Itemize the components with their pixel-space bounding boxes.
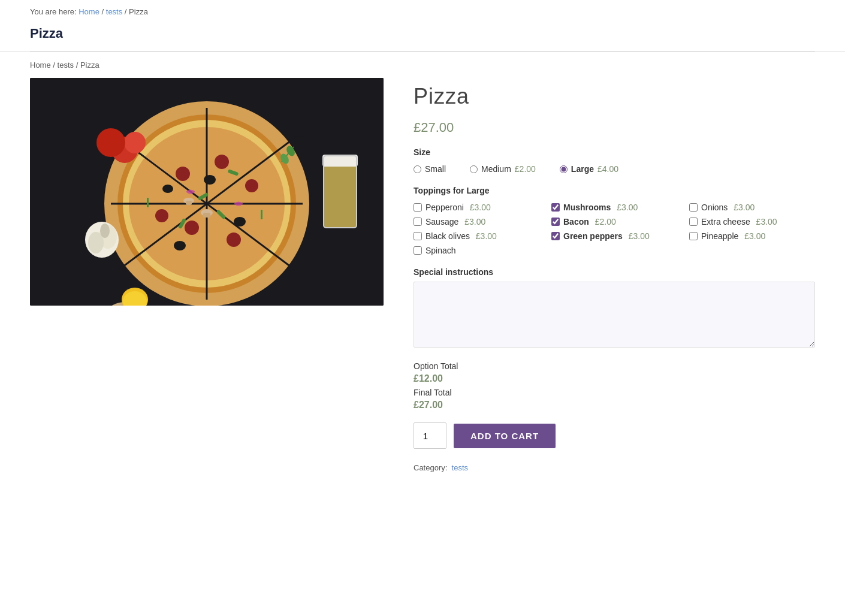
breadcrumb2-tests[interactable]: tests [58, 61, 74, 70]
svg-rect-27 [147, 198, 149, 207]
topping-extra-cheese-price: £3.00 [754, 217, 777, 227]
size-label: Size [414, 147, 815, 157]
category-link[interactable]: tests [452, 463, 468, 472]
product-image-container [30, 78, 384, 306]
product-image [30, 78, 384, 306]
option-total-value: £12.00 [414, 373, 815, 384]
breadcrumb2-current: Pizza [80, 61, 99, 70]
toppings-section: Toppings for Large Pepperoni £3.00 Mushr… [414, 186, 815, 255]
svg-point-12 [227, 232, 241, 247]
cart-row: ADD TO CART [414, 422, 815, 449]
product-layout: Pizza £27.00 Size Small Medium £2.00 Lar… [0, 78, 845, 496]
svg-point-18 [162, 185, 173, 193]
product-name: Pizza [414, 84, 815, 109]
category-line: Category: tests [414, 463, 815, 472]
topping-spinach-label: Spinach [425, 246, 456, 255]
size-medium[interactable]: Medium £2.00 [470, 164, 536, 174]
topping-sausage[interactable]: Sausage £3.00 [414, 217, 539, 227]
toppings-grid: Pepperoni £3.00 Mushrooms £3.00 Onions £… [414, 203, 815, 255]
size-large-radio[interactable] [560, 165, 568, 173]
svg-point-30 [124, 132, 146, 153]
size-options: Small Medium £2.00 Large £4.00 [414, 164, 815, 174]
size-medium-price: £2.00 [515, 164, 536, 174]
size-small-radio[interactable] [414, 165, 421, 173]
topping-black-olives-label: Black olives [425, 231, 470, 241]
topping-onions-price: £3.00 [731, 203, 755, 212]
topping-green-peppers-price: £3.00 [626, 231, 650, 241]
size-large-price: £4.00 [597, 164, 618, 174]
topping-extra-cheese-checkbox[interactable] [689, 218, 698, 226]
special-instructions-textarea[interactable] [414, 282, 815, 348]
svg-point-31 [96, 128, 125, 157]
svg-point-15 [204, 175, 216, 185]
topping-black-olives[interactable]: Black olives £3.00 [414, 231, 539, 241]
size-small[interactable]: Small [414, 164, 446, 174]
svg-point-11 [185, 221, 199, 235]
breadcrumb-secondary: Home / tests / Pizza [0, 52, 845, 78]
topping-pineapple-price: £3.00 [742, 231, 765, 241]
final-total-label: Final Total [414, 388, 815, 397]
product-base-price: £27.00 [414, 120, 815, 135]
topping-pepperoni-label: Pepperoni [425, 203, 464, 212]
svg-point-35 [100, 224, 110, 238]
svg-rect-26 [186, 201, 192, 205]
topping-pepperoni[interactable]: Pepperoni £3.00 [414, 203, 539, 212]
topping-green-peppers[interactable]: Green peppers £3.00 [551, 231, 677, 241]
svg-point-17 [234, 217, 246, 227]
topping-sausage-label: Sausage [425, 217, 458, 227]
size-large[interactable]: Large £4.00 [560, 164, 618, 174]
topping-onions-label: Onions [701, 203, 728, 212]
topping-sausage-checkbox[interactable] [414, 218, 422, 226]
topping-pineapple[interactable]: Pineapple £3.00 [689, 231, 815, 241]
quantity-input[interactable] [414, 422, 446, 449]
topping-black-olives-checkbox[interactable] [414, 232, 422, 240]
topping-black-olives-price: £3.00 [473, 231, 497, 241]
product-info: Pizza £27.00 Size Small Medium £2.00 Lar… [414, 78, 815, 472]
topping-onions[interactable]: Onions £3.00 [689, 203, 815, 212]
svg-point-14 [245, 179, 258, 192]
topping-extra-cheese-label: Extra cheese [701, 217, 750, 227]
topping-bacon[interactable]: Bacon £2.00 [551, 217, 677, 227]
svg-point-13 [155, 209, 168, 222]
option-total-label: Option Total [414, 361, 815, 371]
topping-pineapple-label: Pineapple [701, 231, 738, 241]
topping-onions-checkbox[interactable] [689, 203, 698, 212]
topping-green-peppers-checkbox[interactable] [551, 232, 560, 240]
svg-point-16 [174, 241, 186, 250]
breadcrumb-current: Pizza [129, 7, 148, 16]
add-to-cart-button[interactable]: ADD TO CART [454, 424, 556, 448]
topping-pepperoni-checkbox[interactable] [414, 203, 422, 212]
svg-rect-28 [261, 210, 262, 219]
topping-bacon-label: Bacon [563, 217, 589, 227]
topping-spinach[interactable]: Spinach [414, 246, 539, 255]
topping-pepperoni-price: £3.00 [467, 203, 491, 212]
breadcrumb-tests-link[interactable]: tests [106, 7, 122, 16]
breadcrumb-prefix: You are here: [30, 7, 77, 16]
topping-sausage-price: £3.00 [462, 217, 485, 227]
topping-green-peppers-label: Green peppers [563, 231, 623, 241]
topping-mushrooms-price: £3.00 [614, 203, 638, 212]
topping-mushrooms-label: Mushrooms [563, 203, 611, 212]
final-total-value: £27.00 [414, 400, 815, 410]
size-medium-label: Medium [481, 164, 511, 174]
topping-bacon-checkbox[interactable] [551, 218, 560, 226]
page-title: Pizza [30, 26, 815, 41]
topping-bacon-price: £2.00 [593, 217, 616, 227]
topping-extra-cheese[interactable]: Extra cheese £3.00 [689, 217, 815, 227]
breadcrumb-home-link[interactable]: Home [79, 7, 99, 16]
size-small-label: Small [425, 164, 446, 174]
topping-mushrooms[interactable]: Mushrooms £3.00 [551, 203, 677, 212]
size-large-label: Large [571, 164, 594, 174]
special-instructions-label: Special instructions [414, 267, 815, 277]
breadcrumb-top: You are here: Home / tests / Pizza [0, 0, 845, 23]
breadcrumb2-home[interactable]: Home [30, 61, 51, 70]
topping-spinach-checkbox[interactable] [414, 246, 422, 255]
svg-point-10 [215, 155, 229, 169]
svg-rect-24 [203, 213, 210, 218]
category-prefix: Category: [414, 463, 447, 472]
svg-point-9 [176, 167, 190, 181]
size-medium-radio[interactable] [470, 165, 478, 173]
toppings-label: Toppings for Large [414, 186, 815, 195]
topping-mushrooms-checkbox[interactable] [551, 203, 560, 212]
topping-pineapple-checkbox[interactable] [689, 232, 698, 240]
